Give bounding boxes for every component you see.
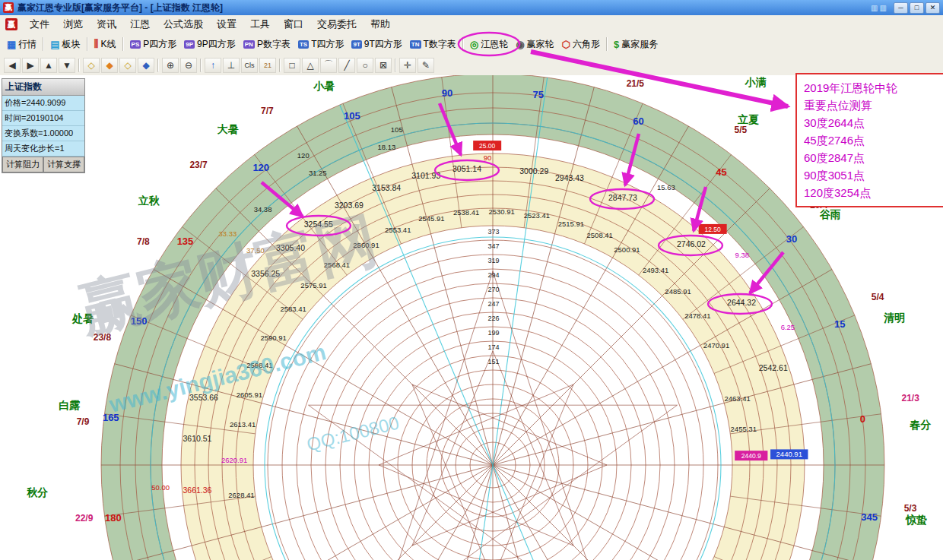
toolbar-label: T数字表 bbox=[424, 38, 456, 51]
tool-button-zoom-in[interactable]: ⊕ bbox=[162, 58, 179, 73]
tool-button-box-x-tool[interactable]: ⊠ bbox=[375, 58, 392, 73]
toolbar-button-yingjialun[interactable]: ◉ 赢家轮 bbox=[512, 36, 557, 52]
tool-button-diamond-gold-2[interactable]: ◇ bbox=[119, 58, 136, 73]
annotation-line: 90度3051点 bbox=[804, 166, 942, 184]
tool-button-filter[interactable]: ▼ bbox=[59, 58, 75, 73]
menu-item[interactable]: 工具 bbox=[243, 15, 277, 33]
tool-button-circle-tool[interactable]: ○ bbox=[357, 58, 373, 73]
tool-button-line-tool[interactable]: ╱ bbox=[338, 58, 355, 73]
svg-text:2463.41: 2463.41 bbox=[724, 394, 750, 403]
tool-button-arc-tool[interactable]: ⌒ bbox=[320, 58, 337, 73]
svg-text:5/4: 5/4 bbox=[872, 292, 884, 302]
svg-text:45: 45 bbox=[716, 166, 726, 178]
toolbar-button-p-square[interactable]: PS P四方形 bbox=[126, 36, 181, 52]
tool-button[interactable] bbox=[157, 59, 159, 72]
menu-item[interactable]: 公式选股 bbox=[157, 15, 210, 33]
tool-button-cls[interactable]: Cls bbox=[241, 58, 258, 73]
calc-resistance-button[interactable]: 计算阻力 bbox=[2, 157, 43, 172]
toolbar-label: K线 bbox=[101, 38, 116, 51]
svg-text:120: 120 bbox=[297, 151, 310, 160]
svg-text:2560.91: 2560.91 bbox=[353, 241, 379, 249]
toolbar-button-9t-square[interactable]: 9T 9T四方形 bbox=[348, 36, 405, 52]
index-info-panel: 上证指数 价格=2440.9099时间=20190104变换系数=1.00000… bbox=[2, 78, 85, 173]
svg-text:5/5: 5/5 bbox=[735, 125, 748, 135]
menu-item[interactable]: 帮助 bbox=[364, 15, 397, 33]
toolbar-icon: ◉ bbox=[516, 39, 524, 50]
menu-item[interactable]: 设置 bbox=[210, 15, 243, 33]
close-button[interactable]: ✕ bbox=[926, 2, 940, 14]
menu-item[interactable]: 文件 bbox=[23, 15, 56, 33]
menu-item[interactable]: 江恩 bbox=[123, 15, 157, 33]
tool-icon: △ bbox=[306, 60, 313, 71]
maximize-button[interactable]: □ bbox=[910, 2, 924, 14]
tool-button[interactable] bbox=[78, 59, 80, 72]
svg-text:23/7: 23/7 bbox=[189, 160, 208, 170]
toolbar-button[interactable] bbox=[87, 37, 88, 51]
tool-button-t-tool[interactable]: ⊥ bbox=[223, 58, 240, 73]
tool-button-crosshair-tool[interactable]: ✛ bbox=[399, 58, 416, 73]
toolbar-button-liujiaoxing[interactable]: ⬡ 六角形 bbox=[558, 36, 604, 52]
toolbar-button-yingjia-service[interactable]: $ 赢家服务 bbox=[610, 36, 662, 52]
svg-text:18.13: 18.13 bbox=[377, 143, 395, 151]
svg-text:3553.66: 3553.66 bbox=[189, 393, 218, 402]
toolbar-button[interactable] bbox=[606, 37, 608, 51]
svg-text:2943.43: 2943.43 bbox=[555, 173, 584, 182]
info-row: 价格=2440.9099 bbox=[2, 96, 84, 111]
svg-text:2493.41: 2493.41 bbox=[643, 266, 668, 274]
tool-button-rect-tool[interactable]: □ bbox=[284, 58, 300, 73]
svg-text:199: 199 bbox=[487, 329, 499, 337]
toolbar-button[interactable] bbox=[43, 37, 44, 51]
toolbar-button-hangqing[interactable]: ▦ 行情 bbox=[3, 36, 40, 52]
svg-text:7/7: 7/7 bbox=[261, 106, 274, 116]
toolbar-button-t-square[interactable]: TS T四方形 bbox=[294, 36, 348, 52]
info-row: 时间=20190104 bbox=[2, 111, 84, 126]
tool-button-draw-tool[interactable]: ✎ bbox=[418, 58, 434, 73]
tool-button-diamond-orange[interactable]: ◆ bbox=[101, 58, 118, 73]
tool-button-arrow-up[interactable]: ↑ bbox=[205, 58, 221, 73]
tool-button-triangle-tool[interactable]: △ bbox=[302, 58, 319, 73]
minimize-button[interactable]: ─ bbox=[894, 2, 908, 14]
toolbar-icon: 9P bbox=[184, 40, 195, 49]
svg-text:2628.41: 2628.41 bbox=[228, 491, 254, 499]
menu-item[interactable]: 浏览 bbox=[56, 15, 90, 33]
menu-item[interactable]: 资讯 bbox=[90, 15, 123, 33]
svg-text:319: 319 bbox=[487, 257, 499, 264]
tool-button-nav-up[interactable]: ▲ bbox=[40, 58, 57, 73]
toolbar-button[interactable] bbox=[122, 37, 124, 51]
menu-item[interactable]: 交易委托 bbox=[310, 15, 364, 33]
svg-text:37.50: 37.50 bbox=[246, 246, 265, 255]
tool-button-zoom-out[interactable]: ⊖ bbox=[180, 58, 197, 73]
toolbar-icon: ⬡ bbox=[562, 39, 570, 50]
tool-button-calendar[interactable]: 21 bbox=[259, 58, 276, 73]
tool-button-diamond-gold-1[interactable]: ◇ bbox=[83, 58, 100, 73]
svg-text:谷雨: 谷雨 bbox=[819, 208, 841, 220]
svg-text:21/5: 21/5 bbox=[627, 78, 645, 89]
calc-support-button[interactable]: 计算支撑 bbox=[43, 157, 84, 172]
toolbar-button-p-table[interactable]: PN P数字表 bbox=[240, 36, 294, 52]
toolbar-button-9p-square[interactable]: 9P 9P四方形 bbox=[180, 36, 239, 52]
svg-text:2620.91: 2620.91 bbox=[221, 456, 247, 464]
svg-text:2523.41: 2523.41 bbox=[524, 211, 550, 220]
menu-item[interactable]: 窗口 bbox=[277, 15, 310, 33]
calc-buttons: 计算阻力 计算支撑 bbox=[2, 157, 84, 172]
svg-text:3101.93: 3101.93 bbox=[411, 171, 440, 180]
tool-button-nav-left[interactable]: ◀ bbox=[4, 58, 21, 73]
toolbar-button-t-table[interactable]: TN T数字表 bbox=[406, 36, 460, 52]
panel-title: 上证指数 bbox=[2, 79, 84, 96]
svg-text:白露: 白露 bbox=[59, 399, 81, 411]
tool-button[interactable] bbox=[200, 59, 202, 72]
svg-text:25.00: 25.00 bbox=[479, 142, 496, 150]
toolbar-label: 板块 bbox=[62, 38, 81, 51]
svg-text:22/9: 22/9 bbox=[75, 513, 94, 524]
tool-button[interactable] bbox=[279, 59, 281, 72]
tool-button[interactable] bbox=[395, 59, 396, 72]
tool-icon: Cls bbox=[245, 62, 255, 69]
toolbar-button-kline[interactable]: ⫼ K线 bbox=[90, 36, 120, 52]
tool-button-nav-right[interactable]: ▶ bbox=[22, 58, 39, 73]
toolbar-button-bankuai[interactable]: ▤ 板块 bbox=[46, 36, 84, 52]
svg-text:294: 294 bbox=[487, 271, 499, 279]
toolbar-button[interactable] bbox=[462, 37, 464, 51]
svg-text:5/3: 5/3 bbox=[904, 503, 917, 514]
tool-button-diamond-blue[interactable]: ◆ bbox=[138, 58, 154, 73]
toolbar-button-jiangenlun[interactable]: ◎ 江恩轮 bbox=[466, 36, 512, 52]
